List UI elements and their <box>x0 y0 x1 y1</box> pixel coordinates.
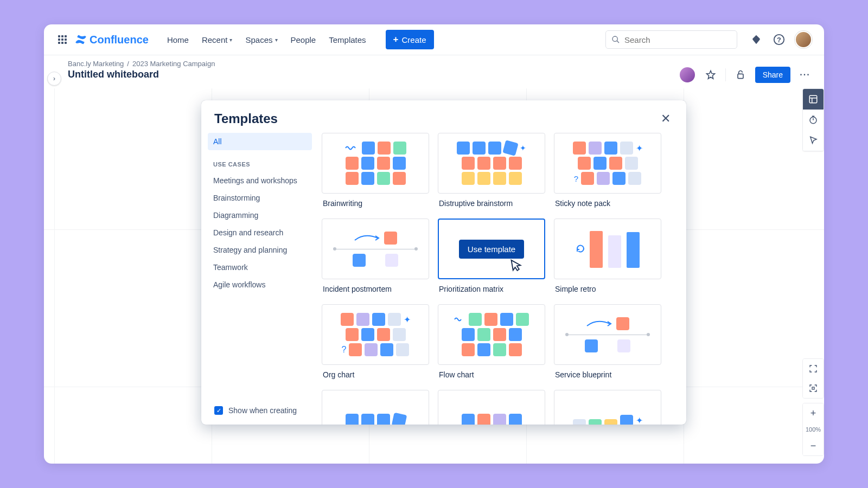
star-icon[interactable] <box>704 68 718 82</box>
template-label: Incident postmortem <box>322 279 429 303</box>
squiggle-icon <box>345 145 359 151</box>
template-card-more-3[interactable]: ✦ <box>554 390 661 425</box>
template-label: Prioritization matrix <box>438 279 545 303</box>
nav-home[interactable]: Home <box>162 32 194 48</box>
breadcrumb-space[interactable]: Banc.ly Marketing <box>68 60 124 68</box>
zoom-out-button[interactable]: − <box>803 436 824 455</box>
template-label: Flow chart <box>438 365 545 389</box>
template-label: Distruptive brainstorm <box>438 194 545 217</box>
timer-button[interactable] <box>803 110 824 130</box>
checkbox-checked-icon: ✓ <box>214 406 223 415</box>
share-button[interactable]: Share <box>755 67 790 83</box>
arrow-icon <box>586 319 613 328</box>
create-button[interactable]: + Create <box>386 30 434 49</box>
top-icons: ? <box>749 31 812 48</box>
template-card-brainwriting[interactable] <box>322 133 429 194</box>
plus-icon: + <box>393 34 399 45</box>
category-all[interactable]: All <box>208 133 312 150</box>
collaborator-avatar[interactable] <box>679 66 696 84</box>
cursor-mode-button[interactable] <box>803 130 824 151</box>
app-name: Confluence <box>90 34 149 46</box>
zoom-in-button[interactable]: + <box>803 403 824 423</box>
category-diagramming[interactable]: Diagramming <box>208 207 312 224</box>
template-card-incident-postmortem[interactable] <box>322 219 429 279</box>
template-card-sticky-note-pack[interactable]: ✦ ? <box>554 133 661 194</box>
notifications-icon[interactable] <box>749 33 763 47</box>
nav-templates[interactable]: Templates <box>323 32 371 48</box>
template-card-flow-chart[interactable] <box>438 304 545 365</box>
template-label: Brainwriting <box>322 194 429 217</box>
restrictions-icon[interactable] <box>733 68 748 82</box>
chevron-down-icon: ▾ <box>229 37 232 43</box>
template-label: Org chart <box>322 365 429 389</box>
template-label: Sticky note pack <box>554 194 661 217</box>
zoom-controls: + 100% − <box>802 358 824 456</box>
show-when-creating-toggle[interactable]: ✓ Show when creating <box>214 406 297 415</box>
more-actions-icon[interactable]: ··· <box>798 68 812 82</box>
svg-point-0 <box>612 36 617 41</box>
confluence-icon <box>74 33 87 46</box>
template-card-org-chart[interactable]: ✦ ? <box>322 304 429 365</box>
help-icon[interactable]: ? <box>772 33 786 47</box>
modal-header: Templates ✕ <box>201 100 686 131</box>
template-card-more-2[interactable] <box>438 390 545 425</box>
zoom-level: 100% <box>803 423 824 436</box>
template-card-simple-retro[interactable] <box>554 219 661 279</box>
search-box[interactable] <box>605 30 737 49</box>
nav-recent[interactable]: Recent▾ <box>196 32 238 48</box>
modal-sidebar: All USE CASES Meetings and workshops Bra… <box>201 131 318 425</box>
template-card-prioritization-matrix[interactable]: Use template <box>438 219 545 279</box>
category-heading: USE CASES <box>208 150 312 172</box>
nav-people[interactable]: People <box>285 32 322 48</box>
template-label: Service blueprint <box>554 365 661 389</box>
zoom-selection-button[interactable] <box>803 378 824 398</box>
confluence-logo[interactable]: Confluence <box>74 33 149 46</box>
svg-rect-11 <box>812 387 814 389</box>
top-nav: Confluence Home Recent▾ Spaces▾ People T… <box>44 24 824 55</box>
templates-modal: Templates ✕ All USE CASES Meetings and w… <box>201 100 686 425</box>
sub-header: › Banc.ly Marketing / 2023 Marketing Cam… <box>44 55 824 88</box>
app-window: Confluence Home Recent▾ Spaces▾ People T… <box>44 24 824 464</box>
templates-grid: Brainwriting ✦ Distruptive brainstorm <box>318 131 686 425</box>
nav-spaces[interactable]: Spaces▾ <box>240 32 283 48</box>
svg-line-1 <box>617 41 619 43</box>
right-rail <box>802 88 824 151</box>
app-switcher-icon[interactable] <box>56 33 69 46</box>
template-card-more-1[interactable] <box>322 390 429 425</box>
category-teamwork[interactable]: Teamwork <box>208 259 312 276</box>
modal-title: Templates <box>214 111 278 126</box>
template-card-service-blueprint[interactable] <box>554 304 661 365</box>
breadcrumb-parent[interactable]: 2023 Marketing Campaign <box>132 60 215 68</box>
category-design[interactable]: Design and research <box>208 224 312 241</box>
search-icon <box>611 35 620 44</box>
chevron-down-icon: ▾ <box>275 37 278 43</box>
category-strategy[interactable]: Strategy and planning <box>208 241 312 259</box>
templates-panel-button[interactable] <box>803 89 824 110</box>
template-label: Simple retro <box>554 279 661 303</box>
svg-rect-4 <box>738 74 743 78</box>
svg-rect-5 <box>809 95 817 103</box>
refresh-icon <box>576 244 585 254</box>
close-icon[interactable]: ✕ <box>658 111 673 126</box>
category-agile[interactable]: Agile workflows <box>208 276 312 293</box>
sidebar-expand-button[interactable]: › <box>47 72 61 86</box>
page-actions: Share ··· <box>679 66 812 84</box>
use-template-button[interactable]: Use template <box>459 240 524 259</box>
show-when-label: Show when creating <box>228 406 297 415</box>
fit-screen-button[interactable] <box>803 359 824 378</box>
profile-avatar[interactable] <box>795 31 812 48</box>
search-input[interactable] <box>624 35 731 44</box>
category-meetings[interactable]: Meetings and workshops <box>208 172 312 189</box>
squiggle-icon <box>454 316 466 323</box>
template-card-disruptive-brainstorm[interactable]: ✦ <box>438 133 545 194</box>
category-brainstorming[interactable]: Brainstorming <box>208 189 312 207</box>
svg-text:?: ? <box>777 36 781 44</box>
arrow-icon <box>354 234 381 242</box>
nav-links: Home Recent▾ Spaces▾ People Templates <box>162 32 372 48</box>
